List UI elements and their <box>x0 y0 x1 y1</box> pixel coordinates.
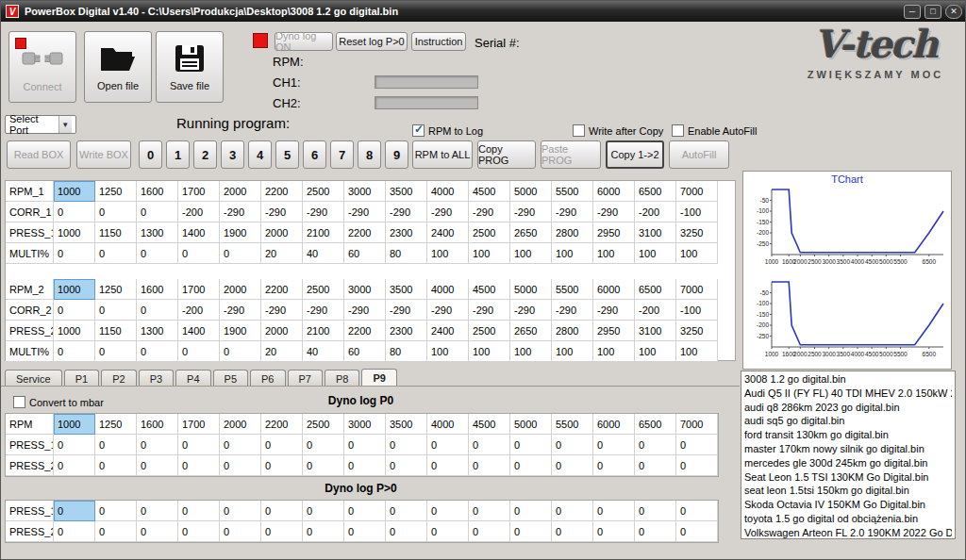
table-cell[interactable]: 1600 <box>137 279 178 300</box>
table-cell[interactable]: 4000 <box>427 414 469 435</box>
close-button[interactable]: ✕ <box>945 5 962 19</box>
table-cell[interactable]: 20 <box>261 243 303 264</box>
table-cell[interactable]: -290 <box>427 202 469 222</box>
table-cell[interactable]: 0 <box>386 435 427 455</box>
table-cell[interactable]: 0 <box>54 435 95 455</box>
table-cell[interactable]: 2400 <box>427 321 469 341</box>
table-cell[interactable]: 0 <box>469 435 510 455</box>
table-cell[interactable]: 80 <box>386 341 427 362</box>
table-cell[interactable]: 0 <box>95 202 137 222</box>
table-cell[interactable]: 3100 <box>635 321 676 341</box>
table-cell[interactable]: 1700 <box>178 181 220 202</box>
table-cell[interactable]: 0 <box>303 521 344 542</box>
table-cell[interactable]: 2100 <box>303 321 344 341</box>
table-cell[interactable]: 3250 <box>676 222 718 243</box>
table-cell[interactable]: 1000 <box>54 321 95 341</box>
table-cell[interactable]: -290 <box>552 202 593 222</box>
connect-button[interactable]: Connect <box>8 31 76 103</box>
tab-p9[interactable]: P9 <box>361 369 396 387</box>
tab-p6[interactable]: P6 <box>250 370 285 387</box>
table-cell[interactable]: 2800 <box>552 321 593 341</box>
table-cell[interactable]: 7000 <box>676 181 718 202</box>
table-cell[interactable]: -200 <box>178 300 220 321</box>
table-cell[interactable]: 0 <box>178 521 220 542</box>
table-cell[interactable]: 2400 <box>427 222 469 243</box>
write-after-copy-checkbox[interactable]: Write after Copy <box>573 124 663 137</box>
table-cell[interactable]: 4500 <box>469 181 510 202</box>
table-cell[interactable]: -200 <box>635 300 676 321</box>
table-cell[interactable]: 100 <box>552 243 593 264</box>
table-cell[interactable]: 0 <box>261 521 303 542</box>
table-cell[interactable]: -290 <box>386 202 427 222</box>
table-cell[interactable]: -200 <box>178 202 220 222</box>
table-cell[interactable]: 100 <box>676 243 718 264</box>
table-cell[interactable]: 5500 <box>552 181 593 202</box>
table-cell[interactable]: 0 <box>593 501 635 521</box>
table-cell[interactable]: 0 <box>427 501 469 521</box>
table-cell[interactable]: 100 <box>593 341 635 362</box>
file-list-item[interactable]: Seat Leon 1.5 TSI 130KM Go Digital.bin <box>744 470 952 485</box>
table-cell[interactable]: 0 <box>178 501 220 521</box>
table-cell[interactable]: -290 <box>220 300 261 321</box>
save-file-button[interactable]: Save file <box>156 31 224 103</box>
table-cell[interactable]: 0 <box>303 501 344 521</box>
tab-p3[interactable]: P3 <box>139 370 174 387</box>
table-cell[interactable]: 0 <box>552 455 593 476</box>
num-button-9[interactable]: 9 <box>385 140 408 169</box>
num-button-6[interactable]: 6 <box>303 140 326 169</box>
table-cell[interactable]: 0 <box>344 521 386 542</box>
table-cell[interactable]: 0 <box>635 455 676 476</box>
table-cell[interactable]: 2650 <box>510 222 552 243</box>
table-cell[interactable]: 0 <box>220 243 261 264</box>
table-cell[interactable]: 2200 <box>344 222 386 243</box>
table-cell[interactable]: 1400 <box>178 321 220 341</box>
tab-p1[interactable]: P1 <box>64 370 99 387</box>
table-cell[interactable]: 0 <box>220 435 261 455</box>
table-cell[interactable]: 0 <box>178 243 220 264</box>
table-cell[interactable]: 0 <box>137 455 178 476</box>
table-cell[interactable]: 6500 <box>635 414 676 435</box>
table-cell[interactable]: 0 <box>261 435 303 455</box>
table-cell[interactable]: 0 <box>510 521 552 542</box>
table-cell[interactable]: 0 <box>54 202 95 222</box>
table-cell[interactable]: 1150 <box>95 321 137 341</box>
table-cell[interactable]: 0 <box>261 455 303 476</box>
table-cell[interactable]: 0 <box>386 521 427 542</box>
table-cell[interactable]: 0 <box>220 501 261 521</box>
enable-autofill-checkbox[interactable]: Enable AutoFill <box>672 124 757 137</box>
table-cell[interactable]: 0 <box>635 501 676 521</box>
table-cell[interactable]: 1400 <box>178 222 220 243</box>
autofill-button[interactable]: AutoFill <box>669 140 729 169</box>
table-cell[interactable]: 0 <box>137 341 178 362</box>
rpm-to-log-checkbox[interactable]: RPM to Log <box>412 124 483 137</box>
table-cell[interactable]: 6000 <box>593 414 635 435</box>
table-cell[interactable]: 0 <box>510 455 552 476</box>
table-cell[interactable]: 0 <box>386 455 427 476</box>
file-list-item[interactable]: 3008 1.2 go digital.bin <box>744 372 952 387</box>
table-cell[interactable]: -290 <box>593 300 635 321</box>
table-cell[interactable]: 0 <box>552 501 593 521</box>
file-list-item[interactable]: toyota 1.5 go digital od obciążenia.bin <box>744 512 952 526</box>
table-cell[interactable]: 100 <box>427 341 469 362</box>
file-list-item[interactable]: Skoda Octavia IV 150KM Go Digital.bin <box>744 498 952 512</box>
table-cell[interactable]: 0 <box>635 435 676 455</box>
open-file-button[interactable]: Open file <box>84 31 152 103</box>
table-cell[interactable]: 2950 <box>593 222 635 243</box>
table-cell[interactable]: 0 <box>593 455 635 476</box>
table-cell[interactable]: 0 <box>95 243 137 264</box>
table-cell[interactable]: 100 <box>510 341 552 362</box>
file-list-item[interactable]: ford transit 130km go digital.bin <box>744 428 952 442</box>
table-cell[interactable]: 2000 <box>261 321 303 341</box>
file-list-item[interactable]: master 170km nowy silnik go digital.bin <box>744 442 952 456</box>
table-cell[interactable]: 0 <box>593 521 635 542</box>
table-cell[interactable]: 2000 <box>261 222 303 243</box>
table-cell[interactable]: 2100 <box>303 222 344 243</box>
dyno-log-on-button[interactable]: Dyno log ON <box>275 32 333 51</box>
table-cell[interactable]: 4000 <box>427 181 469 202</box>
table-cell[interactable]: 0 <box>510 501 552 521</box>
table-cell[interactable]: 2000 <box>220 279 261 300</box>
table-cell[interactable]: 0 <box>469 455 510 476</box>
num-button-4[interactable]: 4 <box>248 140 272 169</box>
paste-prog-button[interactable]: Paste PROG <box>541 140 601 169</box>
table-cell[interactable]: 2200 <box>261 279 303 300</box>
